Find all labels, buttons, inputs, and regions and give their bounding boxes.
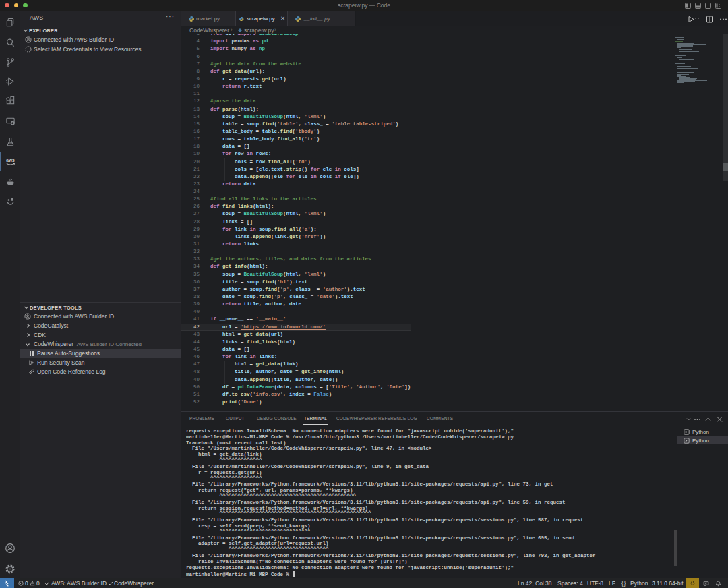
svg-text:aws: aws xyxy=(6,157,15,162)
